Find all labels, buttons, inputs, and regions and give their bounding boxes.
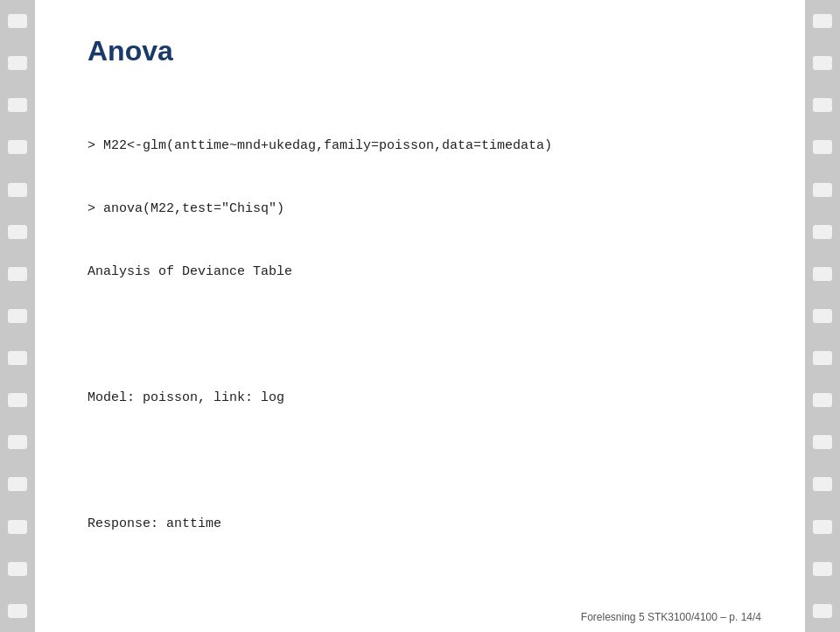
- slide-content: Anova > M22<-glm(anttime~mnd+ukedag,fami…: [35, 0, 805, 632]
- film-hole: [813, 477, 832, 491]
- film-hole: [8, 183, 27, 197]
- film-hole: [813, 183, 832, 197]
- film-strip-left: [0, 0, 35, 632]
- code-line-8: [88, 577, 752, 598]
- film-hole: [8, 604, 27, 618]
- film-hole: [813, 604, 832, 618]
- film-hole: [813, 140, 832, 154]
- code-line-1: > M22<-glm(anttime~mnd+ukedag,family=poi…: [88, 136, 752, 157]
- film-hole: [8, 393, 27, 407]
- film-strip-right: [805, 0, 840, 632]
- slide-title: Anova: [88, 35, 752, 67]
- film-hole: [8, 98, 27, 112]
- film-hole: [8, 14, 27, 28]
- film-hole: [813, 225, 832, 239]
- film-hole: [8, 520, 27, 534]
- film-hole: [813, 351, 832, 365]
- film-hole: [813, 56, 832, 70]
- code-line-6: [88, 451, 752, 472]
- film-hole: [8, 267, 27, 281]
- code-line-2: > anova(M22,test="Chisq"): [88, 199, 752, 220]
- film-hole: [8, 435, 27, 449]
- footer: Forelesning 5 STK3100/4100 – p. 14/4: [581, 611, 761, 623]
- film-hole: [813, 520, 832, 534]
- film-hole: [813, 393, 832, 407]
- code-line-3: Analysis of Deviance Table: [88, 262, 752, 283]
- film-hole: [8, 351, 27, 365]
- film-hole: [813, 562, 832, 576]
- film-hole: [8, 562, 27, 576]
- code-line-4: [88, 325, 752, 346]
- film-hole: [8, 140, 27, 154]
- film-hole: [8, 225, 27, 239]
- code-line-7: Response: anttime: [88, 514, 752, 535]
- film-hole: [813, 267, 832, 281]
- film-hole: [813, 98, 832, 112]
- film-hole: [8, 309, 27, 323]
- film-hole: [813, 309, 832, 323]
- film-hole: [8, 56, 27, 70]
- film-hole: [813, 435, 832, 449]
- code-line-5: Model: poisson, link: log: [88, 388, 752, 409]
- code-block: > M22<-glm(anttime~mnd+ukedag,family=poi…: [88, 94, 752, 632]
- film-hole: [8, 477, 27, 491]
- film-hole: [813, 14, 832, 28]
